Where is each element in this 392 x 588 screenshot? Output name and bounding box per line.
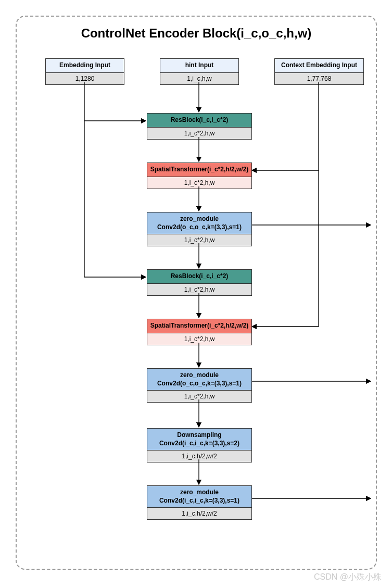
zero-module-1-shape: 1,i_c*2,h,w <box>147 234 251 246</box>
zero-module-3-label: zero_moduleConv2d(i_c,i_c,k=(3,3),s=1) <box>147 486 251 508</box>
embedding-input-label: Embedding Input <box>46 59 124 73</box>
spatialtransformer-2: SpatialTransformer(i_c*2,h/2,w/2) 1,i_c*… <box>147 319 252 345</box>
hint-input-label: hint Input <box>160 59 238 73</box>
context-input-label: Context Embedding Input <box>275 59 363 73</box>
downsampling-label: DownsamplingConv2d(i_c,i_c,k=(3,3),s=2) <box>147 429 251 451</box>
zero-module-3: zero_moduleConv2d(i_c,i_c,k=(3,3),s=1) 1… <box>147 485 252 520</box>
context-input-block: Context Embedding Input 1,77,768 <box>274 58 364 85</box>
resblock-2-label: ResBlock(i_c,i_c*2) <box>147 270 251 284</box>
zero-module-3-shape: 1,i_c,h/2,w/2 <box>147 508 251 519</box>
resblock-1: ResBlock(i_c,i_c*2) 1,i_c*2,h,w <box>147 113 252 140</box>
resblock-1-label: ResBlock(i_c,i_c*2) <box>147 114 251 128</box>
watermark: CSDN @小殊小殊 <box>314 572 382 583</box>
downsampling-block: DownsamplingConv2d(i_c,i_c,k=(3,3),s=2) … <box>147 428 252 462</box>
embedding-input-block: Embedding Input 1,1280 <box>45 58 124 85</box>
zero-module-2-label: zero_moduleConv2d(o_c,o_c,k=(3,3),s=1) <box>147 369 251 391</box>
diagram-container: ControlNet Encoder Block(i_c,o_c,h,w) Em… <box>16 16 377 570</box>
spatialtransformer-2-shape: 1,i_c*2,h,w <box>147 333 251 345</box>
resblock-2: ResBlock(i_c,i_c*2) 1,i_c*2,h,w <box>147 269 252 296</box>
spatialtransformer-1-label: SpatialTransformer(i_c*2,h/2,w/2) <box>147 163 251 177</box>
context-input-shape: 1,77,768 <box>275 73 363 84</box>
spatialtransformer-1-shape: 1,i_c*2,h,w <box>147 177 251 189</box>
spatialtransformer-1: SpatialTransformer(i_c*2,h/2,w/2) 1,i_c*… <box>147 162 252 189</box>
zero-module-2: zero_moduleConv2d(o_c,o_c,k=(3,3),s=1) 1… <box>147 368 252 403</box>
diagram-title: ControlNet Encoder Block(i_c,o_c,h,w) <box>17 26 376 41</box>
hint-input-block: hint Input 1,i_c,h,w <box>160 58 239 85</box>
hint-input-shape: 1,i_c,h,w <box>160 73 238 84</box>
embedding-input-shape: 1,1280 <box>46 73 124 84</box>
resblock-2-shape: 1,i_c*2,h,w <box>147 284 251 295</box>
zero-module-1: zero_moduleConv2d(o_c,o_c,k=(3,3),s=1) 1… <box>147 212 252 246</box>
spatialtransformer-2-label: SpatialTransformer(i_c*2,h/2,w/2) <box>147 319 251 333</box>
downsampling-shape: 1,i_c,h/2,w/2 <box>147 451 251 462</box>
zero-module-2-shape: 1,i_c*2,h,w <box>147 391 251 402</box>
resblock-1-shape: 1,i_c*2,h,w <box>147 128 251 139</box>
zero-module-1-label: zero_moduleConv2d(o_c,o_c,k=(3,3),s=1) <box>147 212 251 234</box>
